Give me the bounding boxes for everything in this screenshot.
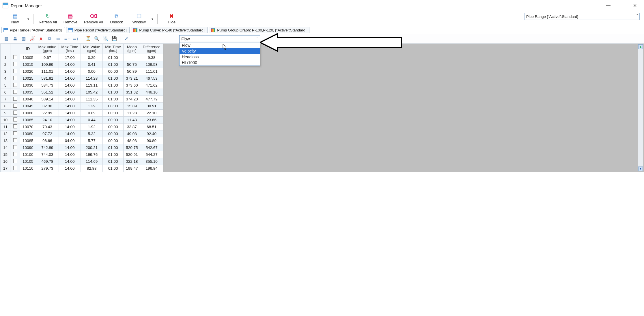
row-number[interactable]: 15 — [1, 151, 10, 158]
remove-button[interactable]: Remove — [59, 12, 82, 26]
column-header-1[interactable]: Max.Value(gpm) — [36, 44, 59, 54]
row-number[interactable]: 16 — [1, 158, 10, 165]
row-checkbox[interactable] — [13, 166, 17, 170]
column-header-5[interactable]: Mean(gpm) — [124, 44, 140, 54]
table-row[interactable]: 111007070.4314:001.9200:0033.8768.51 — [1, 123, 163, 130]
row-checkbox[interactable] — [13, 55, 17, 59]
row-number[interactable]: 10 — [1, 116, 10, 123]
row-checkbox[interactable] — [13, 83, 17, 87]
find-icon[interactable]: 🔍 — [93, 35, 100, 42]
table-row[interactable]: 101006524.1014:000.4400:0011.4323.66 — [1, 116, 163, 123]
expand-icon[interactable]: ⤢ — [123, 35, 130, 42]
window-button[interactable]: Window — [128, 12, 150, 26]
column-header-checkbox[interactable] — [10, 44, 20, 54]
sort-asc-icon[interactable]: ≣↑ — [63, 35, 71, 42]
row-number[interactable]: 14 — [1, 144, 10, 151]
table-row[interactable]: 1610105469.7814:00114.6901:00322.18355.1… — [1, 158, 163, 165]
cell-id[interactable]: 10015 — [20, 61, 36, 68]
cell-id[interactable]: 10005 — [20, 54, 36, 61]
row-checkbox-cell[interactable] — [10, 96, 20, 102]
table-row[interactable]: 510030584.7314:00113.1101:00373.60471.62 — [1, 82, 163, 89]
remove-all-button[interactable]: Remove All — [82, 12, 105, 26]
cell-id[interactable]: 10040 — [20, 96, 36, 102]
cell-id[interactable]: 10020 — [20, 68, 36, 75]
font-icon[interactable]: A — [37, 35, 45, 42]
row-checkbox-cell[interactable] — [10, 102, 20, 109]
refresh-all-button[interactable]: Refresh All — [36, 12, 59, 26]
data-grid[interactable]: IDMax.Value(gpm)Max.Time(hrs.)Min.Value(… — [0, 44, 163, 172]
row-number[interactable]: 5 — [1, 82, 10, 89]
row-checkbox[interactable] — [13, 117, 17, 121]
row-checkbox-cell[interactable] — [10, 75, 20, 82]
cell-id[interactable]: 10030 — [20, 82, 36, 89]
row-checkbox-cell[interactable] — [10, 165, 20, 172]
row-checkbox[interactable] — [13, 152, 17, 156]
row-checkbox-cell[interactable] — [10, 54, 20, 61]
cell-id[interactable]: 10045 — [20, 102, 36, 109]
column-header-2[interactable]: Max.Time(hrs.) — [59, 44, 81, 54]
attribute-combo[interactable]: Flow — [179, 35, 260, 42]
table-row[interactable]: 310020111.0114:000.0000:0050.89111.01 — [1, 68, 163, 75]
row-checkbox-cell[interactable] — [10, 68, 20, 75]
undock-button[interactable]: Undock — [105, 12, 128, 26]
row-number[interactable]: 3 — [1, 68, 10, 75]
row-number[interactable]: 17 — [1, 165, 10, 172]
row-number[interactable]: 11 — [1, 123, 10, 130]
report-selector-combo[interactable]: Pipe Range ["Active":Standard] — [524, 13, 640, 20]
row-checkbox-cell[interactable] — [10, 158, 20, 165]
row-number[interactable]: 13 — [1, 137, 10, 144]
row-number[interactable]: 9 — [1, 109, 10, 116]
row-number[interactable]: 12 — [1, 130, 10, 137]
table-row[interactable]: 710040589.1414:00111.3501:00374.20477.79 — [1, 96, 163, 102]
cell-id[interactable]: 10100 — [20, 151, 36, 158]
row-checkbox[interactable] — [13, 138, 17, 142]
row-checkbox[interactable] — [13, 159, 17, 163]
table-row[interactable]: 1100059.6717:000.2901:009.38 — [1, 54, 163, 61]
row-number[interactable]: 7 — [1, 96, 10, 102]
table-row[interactable]: 91006022.9914:000.8900:0011.2822.10 — [1, 109, 163, 116]
cell-id[interactable]: 10065 — [20, 116, 36, 123]
cell-id[interactable]: 10060 — [20, 109, 36, 116]
table-row[interactable]: 1710110279.7314:0082.8801:00199.47196.84 — [1, 165, 163, 172]
filter-icon[interactable]: ⏳ — [84, 35, 92, 42]
tab-0[interactable]: Pipe Range ["Active":Standard] — [1, 27, 65, 33]
attribute-option-flow[interactable]: Flow — [180, 42, 260, 48]
row-checkbox-cell[interactable] — [10, 144, 20, 151]
row-number[interactable]: 6 — [1, 89, 10, 96]
row-checkbox[interactable] — [13, 124, 17, 128]
cell-id[interactable]: 10025 — [20, 75, 36, 82]
table-row[interactable]: 81004532.3014:001.3900:0015.8930.91 — [1, 102, 163, 109]
row-checkbox-cell[interactable] — [10, 61, 20, 68]
tab-3[interactable]: Pump Group Graph: P-100,P-120, ["Active"… — [209, 27, 309, 33]
row-checkbox-cell[interactable] — [10, 82, 20, 89]
tab-1[interactable]: Pipe Report ["Active":Standard] — [66, 27, 130, 33]
row-checkbox[interactable] — [13, 111, 17, 115]
row-checkbox[interactable] — [13, 76, 17, 80]
table-row[interactable]: 410025581.8114:00114.2801:00373.21467.53 — [1, 75, 163, 82]
row-checkbox[interactable] — [13, 97, 17, 101]
vertical-scrollbar[interactable]: ▲ ▼ — [638, 44, 643, 171]
minimize-button[interactable]: — — [602, 1, 615, 10]
close-button[interactable]: ✕ — [628, 1, 641, 10]
row-number[interactable]: 2 — [1, 61, 10, 68]
table-row[interactable]: 610035551.5214:00105.4201:00351.32446.10 — [1, 89, 163, 96]
sort-desc-icon[interactable]: ≣↓ — [72, 35, 79, 42]
maximize-button[interactable]: ☐ — [615, 1, 628, 10]
tab-2[interactable]: Pump Curve: P-140 ["Active":Standard] — [131, 27, 208, 33]
cell-id[interactable]: 10080 — [20, 130, 36, 137]
table-row[interactable]: 1410090742.8914:00200.2101:00520.75542.6… — [1, 144, 163, 151]
attribute-option-hl-1000[interactable]: HL/1000 — [180, 60, 260, 66]
table-row[interactable]: 121008097.7214:005.3200:0049.0892.40 — [1, 130, 163, 137]
chart-preview-icon[interactable]: 📈 — [29, 35, 36, 42]
cell-id[interactable]: 10105 — [20, 158, 36, 165]
column-header-3[interactable]: Min.Value(gpm) — [81, 44, 103, 54]
row-checkbox[interactable] — [13, 104, 17, 108]
row-number[interactable]: 8 — [1, 102, 10, 109]
row-checkbox-cell[interactable] — [10, 151, 20, 158]
row-checkbox-cell[interactable] — [10, 130, 20, 137]
table-row[interactable]: 1510100744.0314:00199.7601:00520.91544.2… — [1, 151, 163, 158]
rename-icon[interactable]: ▭ — [55, 35, 62, 42]
row-checkbox-cell[interactable] — [10, 89, 20, 96]
new-table-icon[interactable]: ▦ — [3, 35, 10, 42]
column-header-0[interactable]: ID — [20, 44, 36, 54]
